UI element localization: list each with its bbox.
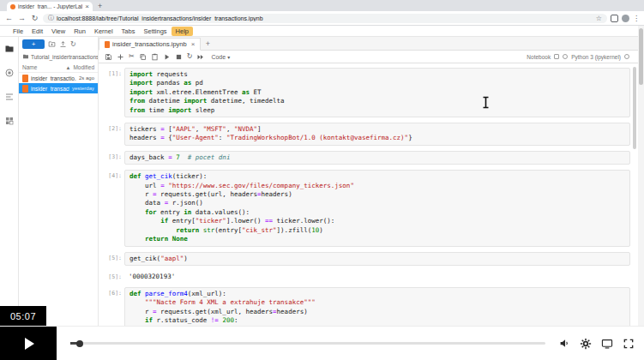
column-modified[interactable]: Modified [73,64,94,70]
file-modified: 2s ago [79,75,94,81]
new-tab-button[interactable]: + [98,2,102,10]
notebook-cell[interactable]: [2]:tickers = ["AAPL", "MSFT", "NVDA"]he… [100,123,630,146]
menu-item-tabs[interactable]: Tabs [117,27,140,36]
forward-icon[interactable]: → [17,14,27,22]
progress-handle[interactable] [76,340,83,347]
kernel-name[interactable]: Python 3 (ipykernel) [571,54,621,60]
notebook-cell[interactable]: [3]:days_back = 7 # pocet dni [100,151,630,165]
extension-manager-icon[interactable] [4,114,15,129]
menu-item-view[interactable]: View [47,27,69,36]
display-icon[interactable] [601,338,613,350]
menu-item-kernel[interactable]: Kernel [90,27,117,36]
new-folder-icon[interactable] [48,40,56,48]
scrollbar-thumb[interactable] [639,28,643,85]
site-info-icon[interactable]: ⓘ [48,14,54,22]
cell-type-dropdown[interactable]: Code ▾ [211,54,230,60]
column-name[interactable]: Name [22,64,65,70]
cut-cell-icon[interactable]: ✂ [129,53,135,60]
notebook-tab[interactable]: insider_transactions.ipynb × [99,38,201,51]
notebook-file-icon [105,41,110,48]
restart-kernel-icon[interactable]: ↻ [187,53,193,60]
browser-tab-title: insider_tran... - JupyterLab [18,3,82,9]
notebook-file-icon [22,85,28,93]
url-text: localhost:8888/lab/tree/Tutorial_insider… [57,15,593,21]
file-list-header: Name ▲ Modified [19,63,98,73]
video-progress-bar[interactable] [70,342,545,345]
browser-tab[interactable]: insider_tran... - JupyterLab × [7,2,93,11]
kernel-busy-icon [624,54,629,59]
cell-type-value: Code [211,54,226,60]
menu-item-edit[interactable]: Edit [27,27,47,36]
notebook-cell[interactable]: [5]:get_cik("aapl") [100,252,630,266]
file-name: insider_transactio... [31,75,76,81]
browser-window: insider_tran... - JupyterLab × + ← → ↻ ⓘ… [0,0,644,360]
panel-layout-icon[interactable] [554,54,559,59]
cell-prompt: [3]: [100,151,124,165]
refresh-files-icon[interactable]: ↻ [70,40,76,48]
settings-gear-icon[interactable] [580,338,592,350]
new-notebook-tab-button[interactable]: + [201,39,214,48]
menu-item-run[interactable]: Run [69,27,90,36]
toc-icon[interactable] [4,90,15,105]
cell-prompt: [4]: [100,170,124,246]
cell-prompt: [1]: [100,68,124,117]
file-modified: yesterday [72,86,94,91]
notebook-toolbar: ✂ ↻ Code ▾ Notebook Python 3 (ipykernel) [99,51,644,63]
notebook-tab-bar: insider_transactions.ipynb × + [99,37,644,51]
cell-input[interactable]: get_cik("aapl") [124,252,630,266]
cell-output: [5]:'0000320193' [100,271,630,282]
jupyter-favicon [10,4,15,9]
upload-icon[interactable] [59,40,67,48]
interrupt-kernel-icon[interactable] [175,53,183,61]
menu-item-settings[interactable]: Settings [139,27,171,36]
chevron-down-icon: ▾ [227,54,230,60]
back-icon[interactable]: ← [4,14,14,22]
notebook-cell[interactable]: [1]:import requestsimport pandas as pdim… [100,68,630,117]
files-icon[interactable] [4,42,15,57]
cell-input[interactable]: import requestsimport pandas as pdimport… [124,68,630,117]
menu-item-help[interactable]: Help [172,27,193,36]
breadcrumb[interactable]: Tutorial_insidertransactions / [19,51,98,63]
notebook-scrollbar[interactable] [633,67,636,149]
file-browser-actions: + ↻ [19,37,98,51]
cell-input[interactable]: tickers = ["AAPL", "MSFT", "NVDA"]header… [124,123,630,146]
tab-close-icon[interactable]: × [85,3,89,10]
output-prompt: [5]: [100,271,124,282]
browser-tab-strip: insider_tran... - JupyterLab × + [0,0,644,11]
file-row[interactable]: insider_transactio...yesterday [19,83,98,93]
file-row[interactable]: insider_transactio...2s ago [19,73,98,83]
video-controls [0,326,644,360]
notebook-panel: insider_transactions.ipynb × + ✂ ↻ Code … [99,37,644,360]
running-kernels-icon[interactable] [4,66,15,81]
notebook-file-icon [22,75,28,82]
menu-item-file[interactable]: File [9,27,27,36]
url-bar[interactable]: ⓘ localhost:8888/lab/tree/Tutorial_insid… [43,14,607,23]
run-cell-icon[interactable] [163,53,171,61]
profile-avatar[interactable] [622,15,629,22]
cell-input[interactable]: def get_cik(ticker): url = "https://www.… [124,170,630,246]
paste-cell-icon[interactable] [151,53,159,61]
browser-menu-icon[interactable]: ⋮ [633,15,640,22]
volume-icon[interactable] [559,338,570,349]
notebook-mode-label: Notebook [527,54,551,60]
refresh-icon[interactable]: ↻ [30,14,39,22]
file-list: insider_transactio...2s agoinsider_trans… [19,73,98,93]
new-launcher-button[interactable]: + [22,39,45,49]
file-name: insider_transactio... [31,86,69,92]
tab-close-icon[interactable]: × [191,40,196,48]
extensions-icon[interactable] [611,15,618,22]
cell-prompt: [5]: [100,252,124,266]
kernel-status-icon[interactable] [563,54,568,59]
text-cursor-icon [482,96,490,112]
fullscreen-icon[interactable] [623,338,635,350]
play-button[interactable] [0,327,57,360]
insert-cell-icon[interactable] [117,53,124,61]
cell-input[interactable]: days_back = 7 # pocet dni [124,151,630,165]
bookmark-star-icon[interactable]: ☆ [596,15,602,22]
page-scrollbar[interactable] [638,26,644,326]
notebook-cell[interactable]: [4]:def get_cik(ticker): url = "https://… [100,170,630,246]
run-all-icon[interactable] [196,53,204,61]
notebook-tab-title: insider_transactions.ipynb [112,40,187,48]
copy-cell-icon[interactable] [139,53,147,61]
save-icon[interactable] [105,53,112,61]
